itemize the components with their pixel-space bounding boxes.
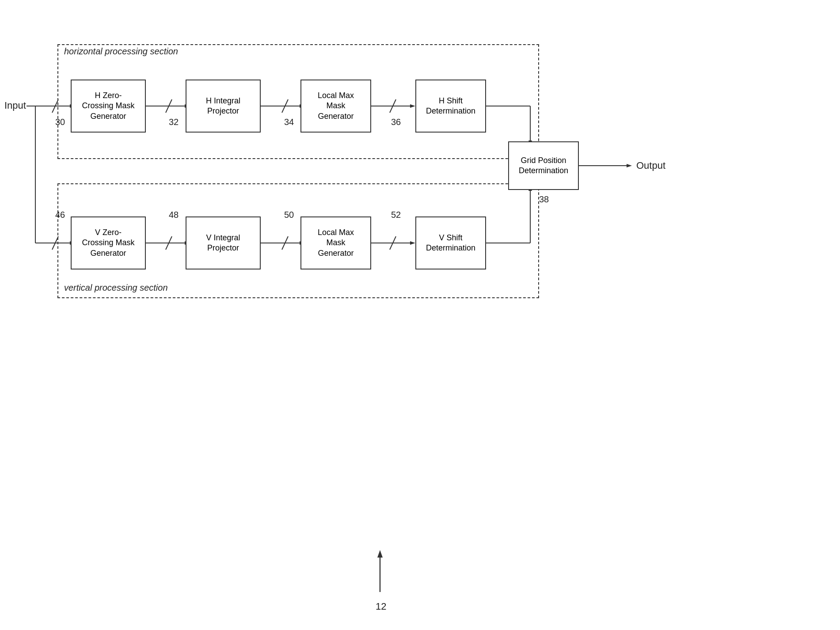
h-local-max-block: Local Max Mask Generator: [300, 80, 371, 133]
grid-position-block: Grid Position Determination: [508, 141, 579, 190]
h-shift-label: H Shift Determination: [426, 96, 475, 117]
v-integral-block: V Integral Projector: [186, 216, 261, 269]
svg-marker-34: [377, 550, 383, 558]
h-shift-block: H Shift Determination: [415, 80, 486, 133]
num-36: 36: [391, 117, 401, 127]
h-local-max-label: Local Max Mask Generator: [318, 91, 354, 121]
v-integral-label: V Integral Projector: [206, 233, 240, 254]
h-integral-block: H Integral Projector: [186, 80, 261, 133]
num-46: 46: [55, 210, 65, 220]
num-38: 38: [539, 194, 549, 205]
v-zero-crossing-block: V Zero- Crossing Mask Generator: [71, 216, 146, 269]
grid-position-label: Grid Position Determination: [519, 156, 568, 176]
h-zero-crossing-label: H Zero- Crossing Mask Generator: [82, 91, 134, 121]
h-zero-crossing-block: H Zero- Crossing Mask Generator: [71, 80, 146, 133]
input-label: Input: [4, 100, 26, 111]
num-12: 12: [376, 601, 386, 612]
v-shift-label: V Shift Determination: [426, 233, 475, 254]
v-local-max-label: Local Max Mask Generator: [318, 228, 354, 258]
num-52: 52: [391, 210, 401, 220]
num-48: 48: [169, 210, 179, 220]
h-section-label: horizontal processing section: [64, 46, 178, 57]
v-section-label: vertical processing section: [64, 283, 168, 293]
num-34: 34: [284, 117, 294, 127]
v-zero-crossing-label: V Zero- Crossing Mask Generator: [82, 228, 134, 258]
num-32: 32: [169, 117, 179, 127]
h-integral-label: H Integral Projector: [206, 96, 240, 117]
bottom-arrow-svg: [362, 548, 398, 601]
output-label: Output: [636, 160, 665, 171]
diagram-container: horizontal processing section vertical p…: [0, 18, 840, 630]
v-local-max-block: Local Max Mask Generator: [300, 216, 371, 269]
num-50: 50: [284, 210, 294, 220]
svg-marker-24: [627, 164, 632, 167]
v-shift-block: V Shift Determination: [415, 216, 486, 269]
num-30: 30: [55, 117, 65, 127]
